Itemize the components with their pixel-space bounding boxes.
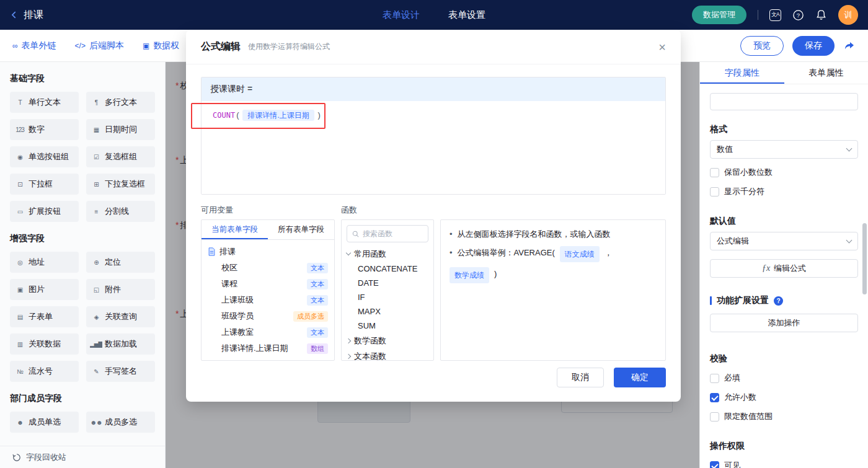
variables-panel: 当前表单字段 所有表单字段 排课 校区文本 课程文本 上课班级文本 班级学员成员…: [201, 219, 335, 361]
variable-row[interactable]: 排课详情.上课日期数组: [208, 340, 328, 356]
field-item-related-data[interactable]: ▥关联数据: [10, 333, 79, 355]
field-item-number[interactable]: 123数字: [10, 119, 79, 140]
tab-form-design[interactable]: 表单设计: [383, 9, 420, 21]
field-item-multi-dropdown[interactable]: ⊞下拉复选框: [86, 174, 155, 195]
field-item-image[interactable]: ▣图片: [10, 279, 79, 300]
formula-variable-pill[interactable]: 排课详情.上课日期: [242, 110, 314, 121]
type-tag: 数组: [307, 343, 328, 354]
permission-label: 操作权限: [710, 441, 858, 452]
save-button[interactable]: 保存: [792, 36, 835, 56]
function-group-math[interactable]: 数学函数: [347, 333, 428, 348]
field-item-signature[interactable]: ✎手写签名: [86, 361, 155, 382]
field-item-checkbox-group[interactable]: ☑复选框组: [86, 146, 155, 167]
field-item-member-single[interactable]: ☻成员单选: [10, 412, 79, 433]
backend-script-item[interactable]: </> 后端脚本: [75, 40, 124, 51]
data-manage-button[interactable]: 数据管理: [692, 6, 746, 24]
tab-field-properties[interactable]: 字段属性: [700, 62, 784, 84]
visible-checkbox[interactable]: [710, 461, 719, 468]
back-button[interactable]: 排课: [10, 9, 43, 22]
field-item-datetime[interactable]: ▦日期时间: [86, 119, 155, 140]
thousand-separator-checkbox[interactable]: [710, 187, 719, 196]
allow-decimal-checkbox[interactable]: [710, 393, 719, 402]
preview-button[interactable]: 预览: [740, 36, 784, 56]
help-circle-icon[interactable]: ?: [774, 296, 783, 306]
function-item-concatenate[interactable]: CONCATENATE: [347, 262, 428, 276]
tab-current-form-fields[interactable]: 当前表单字段: [202, 220, 268, 239]
chevron-right-icon: [346, 338, 351, 343]
translate-icon[interactable]: 文A: [769, 9, 781, 21]
field-item-dropdown[interactable]: ⊡下拉框: [10, 174, 79, 195]
vertical-scrollbar[interactable]: [862, 223, 867, 294]
function-item-sum[interactable]: SUM: [347, 319, 428, 333]
field-item-serial-number[interactable]: №流水号: [10, 361, 79, 382]
field-item-member-multi[interactable]: ☻☻成员多选: [86, 412, 155, 433]
tab-all-form-fields[interactable]: 所有表单字段: [268, 220, 334, 239]
variable-row[interactable]: 上课班级文本: [208, 292, 328, 308]
function-group-text[interactable]: 文本函数: [347, 348, 428, 361]
available-variables-label: 可用变量: [201, 205, 341, 216]
format-select[interactable]: 数值: [710, 140, 858, 159]
variable-row[interactable]: 校区文本: [208, 260, 328, 276]
function-item-if[interactable]: IF: [347, 290, 428, 304]
close-icon[interactable]: ×: [658, 41, 666, 53]
help-icon[interactable]: ?: [792, 9, 804, 21]
document-icon: [208, 247, 216, 256]
search-icon: [352, 230, 359, 238]
tab-form-settings[interactable]: 表单设置: [448, 9, 485, 21]
dialog-footer: 取消 确定: [557, 368, 666, 387]
data-permission-item[interactable]: ▣ 数据权: [143, 40, 179, 51]
tab-form-properties[interactable]: 表单属性: [784, 62, 868, 84]
field-item-multi-line-text[interactable]: ¶多行文本: [86, 92, 155, 113]
function-group-common[interactable]: 常用函数: [347, 246, 428, 262]
field-item-subform[interactable]: ▤子表单: [10, 306, 79, 327]
field-item-single-line-text[interactable]: T单行文本: [10, 92, 79, 113]
paragraph-icon: ¶: [90, 99, 102, 106]
field-item-radio-group[interactable]: ◉单选按钮组: [10, 146, 79, 167]
variable-row[interactable]: 班级学员成员多选: [208, 308, 328, 324]
field-item-attachment[interactable]: ◱附件: [86, 279, 155, 300]
add-action-button[interactable]: 添加操作: [710, 314, 858, 332]
limit-range-checkbox[interactable]: [710, 412, 719, 422]
tree-root-label: 排课: [219, 246, 236, 257]
field-item-extend-button[interactable]: ▭扩展按钮: [10, 201, 79, 222]
checkbox-label: 可见: [724, 460, 740, 468]
recycle-icon: [12, 453, 21, 462]
keep-decimal-checkbox[interactable]: [710, 168, 719, 177]
extension-settings-label: 功能扩展设置: [717, 295, 769, 306]
field-name-input[interactable]: [710, 93, 858, 110]
notification-bell-icon[interactable]: [815, 9, 827, 21]
section-title-enhanced-fields: 增强字段: [10, 233, 155, 244]
variables-tabs: 当前表单字段 所有表单字段: [202, 220, 334, 240]
confirm-button[interactable]: 确定: [614, 368, 666, 387]
tree-root-form[interactable]: 排课: [208, 244, 328, 260]
formula-target: 授课课时 =: [202, 77, 665, 101]
variable-row[interactable]: 课程文本: [208, 276, 328, 292]
number-icon: 123: [14, 126, 26, 133]
function-search-input[interactable]: [363, 229, 423, 238]
default-value-select[interactable]: 公式编辑: [710, 232, 858, 250]
function-item-date[interactable]: DATE: [347, 276, 428, 290]
field-recycle-bin[interactable]: 字段回收站: [0, 446, 165, 468]
field-item-related-query[interactable]: ◈关联查询: [86, 306, 155, 327]
checkbox-icon: ☑: [90, 154, 102, 161]
paren-open: (: [236, 110, 239, 120]
field-item-geolocation[interactable]: ⊕定位: [86, 252, 155, 273]
edit-formula-button[interactable]: ƒx 编辑公式: [710, 259, 858, 278]
person-icon: ☻: [14, 419, 26, 426]
field-item-divider[interactable]: ≡分割线: [86, 201, 155, 222]
formula-input-area[interactable]: COUNT( 排课详情.上课日期 ): [202, 101, 665, 194]
cancel-button[interactable]: 取消: [557, 368, 604, 387]
function-item-mapx[interactable]: MAPX: [347, 304, 428, 319]
field-item-data-load[interactable]: ▂▅▇数据加载: [86, 333, 155, 355]
formula-function-name: COUNT: [213, 111, 235, 120]
function-search-box: [347, 225, 428, 242]
required-checkbox[interactable]: [710, 374, 719, 383]
variable-row[interactable]: 上课教室文本: [208, 324, 328, 340]
avatar[interactable]: 训: [838, 5, 858, 25]
share-icon[interactable]: [843, 40, 856, 52]
toolbar-item-label: 表单外链: [22, 40, 56, 51]
svg-text:?: ?: [797, 12, 800, 19]
field-item-address[interactable]: ◎地址: [10, 252, 79, 273]
form-external-link-item[interactable]: ∞ 表单外链: [12, 40, 56, 51]
calendar-icon: ▦: [90, 126, 102, 133]
